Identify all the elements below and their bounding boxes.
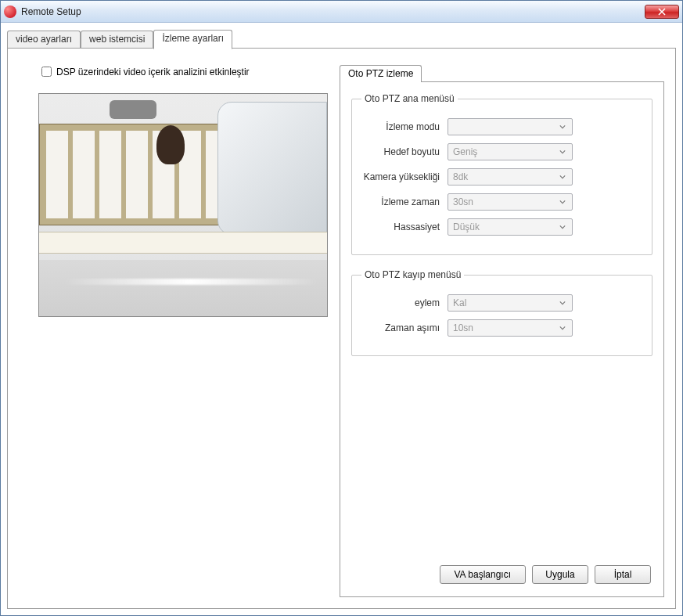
tab-video-settings[interactable]: video ayarları	[7, 31, 81, 49]
label-sensitivity: Hassasiyet	[361, 222, 448, 232]
row-tracking-time: İzleme zaman 30sn	[361, 193, 642, 211]
value-camera-height: 8dk	[453, 171, 468, 182]
enable-dsp-label: DSP üzerindeki video içerik analizini et…	[56, 67, 250, 77]
chevron-down-icon	[556, 121, 569, 133]
select-tracking-mode[interactable]	[448, 118, 573, 135]
group-lost-legend: Oto PTZ kayıp menüsü	[361, 269, 464, 280]
select-target-size[interactable]: Geniş	[448, 143, 573, 160]
row-sensitivity: Hassasiyet Düşük	[361, 218, 642, 236]
label-target-size: Hedef boyutu	[361, 146, 448, 157]
row-action: eylem Kal	[361, 294, 642, 312]
client-area: video ayarları web istemcisi İzleme ayar…	[1, 23, 682, 615]
chevron-down-icon	[556, 297, 569, 309]
video-preview	[38, 93, 328, 317]
left-column: DSP üzerindeki video içerik analizini et…	[19, 64, 332, 597]
window-title: Remote Setup	[21, 6, 645, 17]
main-tabs: video ayarları web istemcisi İzleme ayar…	[7, 29, 676, 48]
chevron-down-icon	[556, 196, 569, 208]
preview-banner	[39, 232, 327, 254]
tab-auto-ptz-tracking[interactable]: Oto PTZ izleme	[340, 65, 422, 82]
close-button[interactable]	[645, 5, 679, 19]
row-target-size: Hedef boyutu Geniş	[361, 143, 642, 160]
chevron-down-icon	[556, 171, 569, 183]
preview-floor	[39, 260, 327, 316]
preview-person-icon	[156, 125, 185, 164]
content-columns: DSP üzerindeki video içerik analizini et…	[19, 64, 664, 597]
spacer	[351, 370, 652, 562]
label-tracking-mode: İzleme modu	[361, 121, 448, 132]
row-timeout: Zaman aşımı 10sn	[361, 319, 642, 337]
button-bar: VA başlangıcı Uygula İptal	[351, 562, 652, 585]
row-camera-height: Kamera yüksekliği 8dk	[361, 168, 642, 186]
close-icon	[658, 8, 666, 16]
cancel-button[interactable]: İptal	[595, 565, 651, 584]
value-timeout: 10sn	[453, 322, 473, 333]
preview-light-glare	[63, 279, 319, 285]
remote-setup-window: Remote Setup video ayarları web istemcis…	[0, 0, 683, 616]
group-main-menu: Oto PTZ ana menüsü İzleme modu Hedef boy…	[351, 93, 652, 255]
preview-ac-unit	[217, 102, 327, 235]
label-camera-height: Kamera yüksekliği	[361, 171, 448, 182]
row-tracking-mode: İzleme modu	[361, 118, 642, 135]
chevron-down-icon	[556, 146, 569, 158]
enable-dsp-row: DSP üzerindeki video içerik analizini et…	[19, 64, 332, 79]
group-main-legend: Oto PTZ ana menüsü	[361, 93, 458, 104]
inner-tabs: Oto PTZ izleme	[340, 64, 664, 81]
group-lost-menu: Oto PTZ kayıp menüsü eylem Kal Zaman aşı…	[351, 269, 652, 356]
chevron-down-icon	[556, 221, 569, 233]
select-camera-height[interactable]: 8dk	[448, 168, 573, 186]
select-sensitivity[interactable]: Düşük	[448, 218, 573, 236]
select-timeout[interactable]: 10sn	[448, 319, 573, 337]
value-sensitivity: Düşük	[453, 222, 480, 232]
preview-board	[39, 124, 243, 225]
tab-tracking-settings[interactable]: İzleme ayarları	[153, 30, 232, 49]
select-action[interactable]: Kal	[448, 294, 573, 312]
titlebar: Remote Setup	[1, 1, 682, 23]
select-tracking-time[interactable]: 30sn	[448, 193, 573, 211]
preview-camera-icon	[110, 100, 156, 119]
value-tracking-time: 30sn	[453, 196, 473, 207]
va-start-button[interactable]: VA başlangıcı	[440, 565, 527, 584]
value-target-size: Geniş	[453, 146, 477, 157]
chevron-down-icon	[556, 322, 569, 334]
auto-ptz-panel: Oto PTZ ana menüsü İzleme modu Hedef boy…	[340, 81, 664, 597]
enable-dsp-checkbox[interactable]	[41, 67, 52, 77]
apply-button[interactable]: Uygula	[532, 565, 588, 584]
right-column: Oto PTZ izleme Oto PTZ ana menüsü İzleme…	[340, 64, 664, 597]
label-timeout: Zaman aşımı	[361, 322, 448, 333]
app-icon	[4, 5, 16, 18]
tab-web-client[interactable]: web istemcisi	[81, 31, 153, 49]
tracking-panel: DSP üzerindeki video içerik analizini et…	[7, 48, 676, 609]
label-tracking-time: İzleme zaman	[361, 196, 448, 207]
label-action: eylem	[361, 297, 448, 308]
value-action: Kal	[453, 297, 466, 308]
